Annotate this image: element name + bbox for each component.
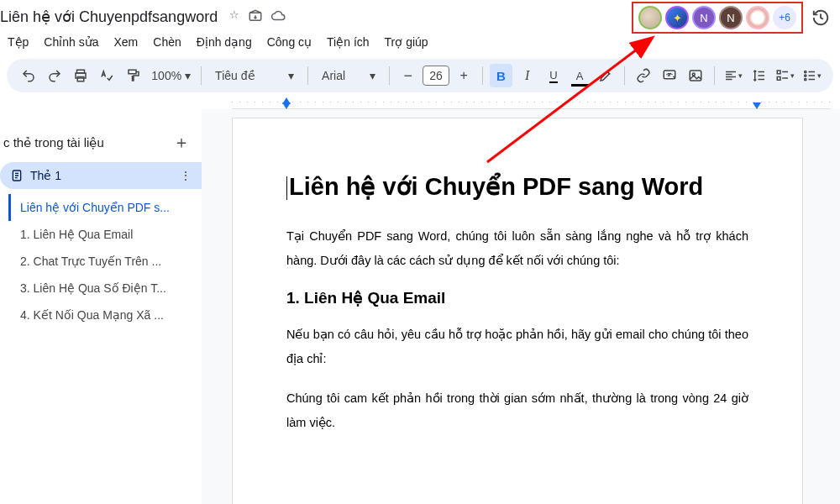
comment-icon[interactable] [658,64,680,87]
bullet-list-icon[interactable]: ▾ [801,64,823,87]
svg-rect-8 [778,77,781,81]
add-tab-icon[interactable]: ＋ [173,131,190,154]
text-color-button[interactable]: A [569,64,591,87]
menu-view[interactable]: Xem [107,32,146,52]
tab-label: Thẻ 1 [30,169,61,182]
menu-format[interactable]: Định dạng [189,32,260,52]
svg-rect-3 [129,70,136,74]
print-icon[interactable] [70,64,92,87]
line-spacing-icon[interactable] [748,64,770,87]
menu-edit[interactable]: Chỉnh sửa [36,32,106,52]
undo-icon[interactable] [17,64,39,87]
avatar-2[interactable]: ✦ [665,6,689,29]
font-size-plus[interactable]: + [453,64,475,87]
doc-heading-1[interactable]: Liên hệ với Chuyển PDF sang Word [286,172,748,201]
bold-button[interactable]: B [490,64,512,87]
separator [624,66,625,85]
avatar-3[interactable]: N [692,6,716,29]
title-icons: ☆ [229,8,286,26]
doc-paragraph[interactable]: Tại Chuyển PDF sang Word, chúng tôi luôn… [286,224,748,273]
italic-button[interactable]: I [516,64,538,87]
svg-rect-5 [690,71,701,81]
align-icon[interactable]: ▾ [722,64,744,87]
avatar-more[interactable]: +6 [773,6,796,29]
menu-file[interactable]: Tệp [0,32,36,52]
highlight-icon[interactable] [595,64,617,87]
font-size-input[interactable]: 26 [423,66,449,86]
page-canvas[interactable]: Liên hệ với Chuyển PDF sang Word Tại Chu… [202,109,840,504]
outline: Liên hệ với Chuyển PDF s... 1. Liên Hệ Q… [0,189,202,328]
underline-button[interactable]: U [542,64,564,87]
svg-point-9 [804,71,806,72]
doc-paragraph[interactable]: Chúng tôi cam kết phản hồi trong thời gi… [286,386,748,435]
page[interactable]: Liên hệ với Chuyển PDF sang Word Tại Chu… [232,118,803,504]
outline-item[interactable]: 2. Chat Trực Tuyến Trên ... [8,248,202,275]
ruler[interactable] [232,96,832,109]
separator [714,66,715,85]
menu-insert[interactable]: Chèn [145,32,188,52]
doc-heading-2[interactable]: 1. Liên Hệ Qua Email [286,288,748,307]
sidebar: c thẻ trong tài liệu ＋ Thẻ 1 ⋮ Liên hệ v… [0,109,202,504]
avatar-4[interactable]: N [719,6,743,29]
menu-help[interactable]: Trợ giúp [377,32,436,52]
menu-bar: Tệp Chỉnh sửa Xem Chèn Định dạng Công cụ… [0,30,840,54]
separator [307,66,308,85]
link-icon[interactable] [632,64,654,87]
ruler-indent-right-icon[interactable] [753,102,761,109]
tab-menu-icon[interactable]: ⋮ [180,169,192,182]
toolbar: 100%▾ Tiêu đề▾ Arial▾ − 26 + B I U A ▾ ▾… [7,59,833,92]
text-cursor [286,176,287,200]
checklist-icon[interactable]: ▾ [774,64,796,87]
sidebar-heading-label: c thẻ trong tài liệu [3,135,104,150]
spellcheck-icon[interactable] [96,64,118,87]
outline-item[interactable]: 4. Kết Nối Qua Mạng Xã ... [8,302,202,328]
font-dropdown[interactable]: Arial▾ [315,69,382,82]
svg-point-11 [804,78,806,80]
zoom-dropdown[interactable]: 100%▾ [148,69,194,82]
image-icon[interactable] [685,64,707,87]
move-icon[interactable] [248,8,263,26]
menu-extensions[interactable]: Tiện ích [319,32,377,52]
doc-paragraph[interactable]: Nếu bạn có câu hỏi, yêu cầu hỗ trợ hoặc … [286,323,748,371]
svg-point-10 [804,75,806,76]
separator [389,66,390,85]
sidebar-heading: c thẻ trong tài liệu ＋ [0,118,202,162]
paragraph-style-dropdown[interactable]: Tiêu đề▾ [208,69,301,82]
outline-item-title[interactable]: Liên hệ với Chuyển PDF s... [8,194,202,221]
menu-tools[interactable]: Công cụ [260,32,319,52]
avatar-5[interactable] [746,6,769,29]
tab-active[interactable]: Thẻ 1 ⋮ [0,162,202,189]
document-title[interactable]: Liên hệ với Chuyenpdfsangword [0,8,223,26]
cloud-icon[interactable] [271,8,286,26]
font-size-minus[interactable]: − [396,64,419,87]
separator [201,66,202,85]
star-icon[interactable]: ☆ [229,8,239,26]
outline-item[interactable]: 3. Liên Hệ Qua Số Điện T... [8,275,202,302]
redo-icon[interactable] [43,64,66,87]
history-icon[interactable] [811,8,830,27]
body: c thẻ trong tài liệu ＋ Thẻ 1 ⋮ Liên hệ v… [0,109,840,504]
paint-format-icon[interactable] [122,64,144,87]
ruler-indent-firstline-icon[interactable] [282,102,291,109]
svg-rect-7 [778,71,781,74]
collaborators-box: ✦ N N +6 [632,2,803,34]
avatar-1[interactable] [638,6,662,29]
document-icon [10,169,24,182]
outline-item[interactable]: 1. Liên Hệ Qua Email [8,221,202,248]
separator [482,66,483,85]
